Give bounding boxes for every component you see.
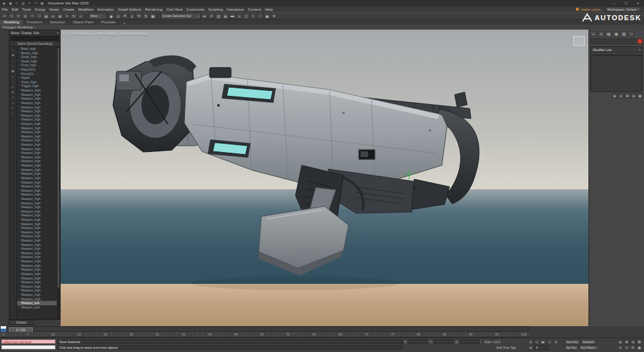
scene-object-row[interactable]: ▪ Weapon_high bbox=[17, 247, 57, 251]
scene-object-row[interactable]: ▪ Weapon_high bbox=[17, 276, 57, 281]
display-geometry-icon[interactable]: ◆ bbox=[12, 52, 14, 57]
key-mode-toggle-icon[interactable]: ♦ bbox=[528, 345, 534, 350]
utilities-tab-icon[interactable]: ☼ bbox=[628, 31, 635, 37]
menu-item[interactable]: Help bbox=[263, 8, 275, 11]
scene-object-row[interactable]: ▪ Skjold bbox=[17, 76, 57, 80]
scene-object-row[interactable]: ▪ Weapon_high bbox=[17, 114, 57, 118]
hierarchy-tab-icon[interactable]: ▤ bbox=[605, 31, 612, 37]
z-coordinate-field[interactable] bbox=[460, 339, 480, 344]
modify-tab-icon[interactable]: ∿ bbox=[598, 31, 604, 37]
scene-object-row[interactable]: ▪ Weapon_high bbox=[17, 159, 57, 163]
scene-object-row[interactable]: ▪ Weapon_high bbox=[17, 201, 57, 206]
maximize-viewport-toggle-icon[interactable]: ▣ bbox=[636, 345, 642, 350]
menu-item[interactable]: File bbox=[0, 8, 10, 11]
render-production-icon[interactable]: ● bbox=[271, 13, 277, 19]
use-pivot-point-center-icon[interactable]: ◉ bbox=[108, 13, 114, 19]
zoom-region-icon[interactable]: ◇ bbox=[617, 345, 623, 350]
scene-object-row[interactable]: ▪ Weapon_high bbox=[17, 97, 57, 101]
scene-object-row[interactable]: ▪ Object001 bbox=[17, 67, 57, 72]
open-file-icon[interactable]: ▤ bbox=[20, 1, 26, 6]
maxscript-mini-listener-input[interactable] bbox=[1, 345, 56, 349]
current-frame-field[interactable]: 0 bbox=[534, 345, 549, 350]
application-menu-icon[interactable]: ◆ bbox=[1, 1, 7, 6]
make-unique-icon[interactable]: ⊞ bbox=[624, 93, 630, 98]
unlink-selection-icon[interactable]: ⊘ bbox=[22, 13, 28, 19]
scene-object-row[interactable]: ▪ Weapon_high bbox=[17, 238, 57, 243]
window-crossing-toggle-icon[interactable]: ⊠ bbox=[57, 13, 63, 19]
scene-object-row[interactable]: ▪ Weapon_high bbox=[17, 88, 57, 93]
scene-object-row[interactable]: ▪ Weapon_high bbox=[17, 155, 57, 160]
scene-object-row[interactable]: ▪ Back_high bbox=[17, 47, 57, 51]
scene-object-row[interactable]: ▪ Point001 bbox=[17, 72, 57, 76]
scene-object-row[interactable]: ▪ Weapon_high bbox=[17, 255, 57, 259]
scene-object-row[interactable]: ▪ Weapon_high bbox=[17, 134, 57, 139]
ribbon-tab[interactable]: Populate bbox=[97, 20, 120, 25]
gun-model[interactable] bbox=[61, 30, 588, 326]
scene-object-row[interactable]: ▪ Weapon_high bbox=[17, 243, 57, 247]
scene-object-row[interactable]: ▪ Weapon_high bbox=[17, 272, 57, 276]
menu-item[interactable]: Rendering bbox=[143, 8, 165, 11]
rendered-frame-window-icon[interactable]: ▣ bbox=[264, 13, 270, 19]
menu-item[interactable]: Create bbox=[61, 8, 76, 11]
minimize-button[interactable]: – bbox=[608, 0, 620, 6]
scene-object-row[interactable]: ▪ Trigger_high bbox=[17, 84, 57, 88]
scene-object-row[interactable]: ▪ Weapon_high bbox=[17, 264, 57, 268]
scene-object-row[interactable]: ▪ Weapon_high bbox=[17, 147, 57, 151]
scene-explorer-search-input[interactable] bbox=[11, 36, 59, 40]
x-coordinate-field[interactable] bbox=[408, 339, 428, 344]
spinner-icon[interactable]: ▴▾ bbox=[480, 340, 482, 344]
scene-object-row[interactable]: ▪ Weapon_high bbox=[17, 117, 57, 122]
reference-coordinate-dropdown[interactable]: View▾ bbox=[88, 13, 107, 20]
spinner-snap-toggle-icon[interactable]: ⇅ bbox=[143, 13, 149, 19]
scene-object-row[interactable]: ▪ Weapon_high bbox=[17, 218, 57, 222]
scene-object-row[interactable]: ▪ Weapon_high bbox=[17, 126, 57, 131]
toggle-ribbon-icon[interactable]: ▬ bbox=[229, 13, 236, 19]
object-color-swatch[interactable] bbox=[637, 38, 643, 44]
zoom-extents-all-icon[interactable]: ⊠ bbox=[636, 339, 642, 344]
viewport-general-menu[interactable]: [ + ] bbox=[63, 32, 69, 35]
spinner-icon[interactable]: ▴▾ bbox=[429, 340, 430, 344]
render-setup-icon[interactable]: ☼ bbox=[257, 13, 263, 19]
scene-object-row[interactable]: ▪ Weapon_high bbox=[17, 197, 57, 201]
scene-object-row[interactable]: ▪ Weapon_high bbox=[17, 109, 57, 114]
scene-object-row[interactable]: ▪ Weapon_high bbox=[17, 209, 57, 214]
scene-object-row[interactable]: ▪ Weapon_high bbox=[17, 151, 57, 155]
menu-item[interactable]: Group bbox=[33, 8, 47, 11]
display-helpers-icon[interactable]: + bbox=[12, 74, 14, 79]
scene-object-row[interactable]: ▪ Weapon_high bbox=[17, 168, 57, 172]
scene-object-row[interactable]: ▪ Weapon_high bbox=[17, 234, 57, 238]
scene-object-row[interactable]: ▪ Weapon_test bbox=[17, 305, 57, 310]
go-to-start-icon[interactable]: « bbox=[528, 339, 534, 344]
scene-object-row[interactable]: ▪ Weapon_high bbox=[17, 288, 57, 293]
material-editor-icon[interactable]: ◐ bbox=[250, 13, 256, 19]
project-folder-icon[interactable]: ▦ bbox=[39, 1, 45, 6]
display-spacewarps-icon[interactable]: ≈ bbox=[12, 79, 13, 84]
scene-explorer-menu-item[interactable]: Display bbox=[21, 31, 32, 35]
viewcube[interactable] bbox=[573, 36, 585, 46]
motion-tab-icon[interactable]: ◉ bbox=[613, 31, 619, 37]
named-selection-sets-dropdown[interactable]: Create Selection Set▾ bbox=[160, 13, 201, 20]
scene-object-row[interactable]: ▪ Weapon_high bbox=[17, 130, 57, 134]
menu-item[interactable]: Graph Editors bbox=[116, 8, 143, 11]
select-and-link-icon[interactable]: ∞ bbox=[15, 13, 21, 19]
edit-named-selection-sets-icon[interactable]: ▦ bbox=[150, 13, 156, 19]
zoom-icon[interactable]: ◎ bbox=[617, 339, 623, 344]
selection-filter-dropdown[interactable]: Selected bbox=[581, 339, 596, 344]
viewport-shading-menu[interactable]: [ Default Shading ] bbox=[119, 32, 148, 35]
pan-view-icon[interactable]: + bbox=[624, 345, 629, 350]
redo-icon[interactable]: ↷ bbox=[8, 13, 15, 19]
play-animation-icon[interactable]: ▶ bbox=[540, 339, 546, 344]
object-name-field[interactable] bbox=[590, 38, 636, 44]
display-materials-icon[interactable]: ◐ bbox=[12, 105, 14, 110]
menu-item[interactable]: Customize bbox=[184, 8, 206, 11]
display-bones-icon[interactable]: ⌐ bbox=[12, 95, 14, 100]
select-and-manipulate-icon[interactable]: ◎ bbox=[115, 13, 121, 19]
angle-snap-toggle-icon[interactable]: ∠ bbox=[129, 13, 135, 19]
scene-object-row[interactable]: ▪ Weapon_high bbox=[17, 176, 57, 180]
align-icon[interactable]: ≡ bbox=[208, 13, 215, 19]
scene-object-row[interactable]: ▪ Weapon_high bbox=[17, 192, 57, 197]
modifier-list-dropdown[interactable]: Modifier List ▾ bbox=[590, 46, 643, 53]
scene-object-row[interactable]: ▪ Detail_high bbox=[17, 55, 57, 59]
zoom-all-icon[interactable]: ⊕ bbox=[624, 339, 629, 344]
display-containers-icon[interactable]: □ bbox=[12, 100, 14, 105]
